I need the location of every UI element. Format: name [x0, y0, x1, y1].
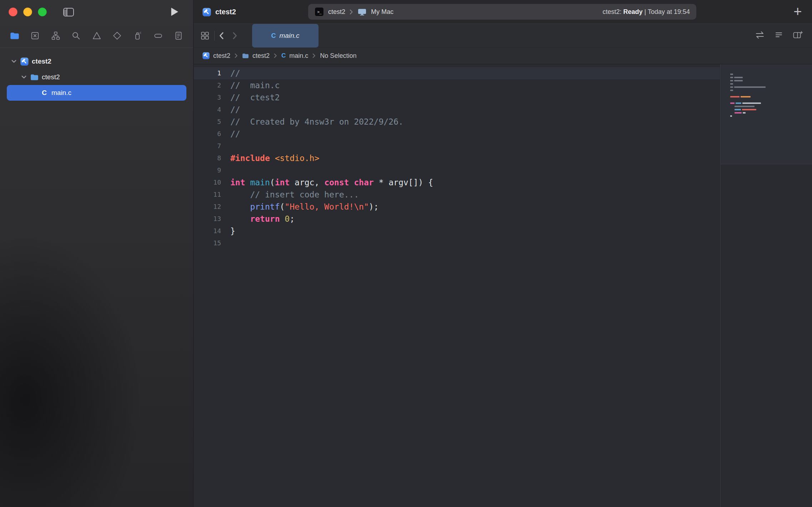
navigator-sidebar: ctest2 ctest2 C main.c	[0, 0, 194, 507]
code-line[interactable]: 12 printf("Hello, World!\n");	[194, 201, 720, 213]
sidebar-toggle-icon	[63, 7, 74, 17]
code-line[interactable]: 1//	[194, 67, 720, 79]
navigator-tab-bar	[0, 24, 193, 48]
zoom-icon[interactable]	[38, 7, 47, 16]
chevron-right-icon	[350, 9, 353, 15]
terminal-icon: >_	[315, 7, 324, 16]
code-line[interactable]: 9	[194, 164, 720, 176]
forward-button[interactable]	[232, 32, 237, 40]
tab-label: main.c	[280, 32, 300, 40]
source-control-navigator-tab[interactable]	[30, 30, 40, 41]
editor-options-button[interactable]	[774, 31, 783, 41]
chevron-right-icon	[274, 53, 277, 58]
hierarchy-icon	[51, 31, 60, 40]
project-navigator-tab[interactable]	[9, 30, 20, 41]
magnifier-icon	[71, 31, 81, 40]
debug-navigator-tab[interactable]	[132, 30, 143, 41]
tree-row-project[interactable]: ctest2	[7, 54, 186, 69]
minimize-icon[interactable]	[23, 7, 32, 16]
code-line[interactable]: 4//	[194, 104, 720, 116]
minimap[interactable]	[720, 64, 812, 507]
swap-arrows-icon	[755, 31, 765, 39]
divider	[214, 31, 215, 41]
tree-label: ctest2	[42, 73, 60, 81]
code-line[interactable]: 13 return 0;	[194, 213, 720, 225]
code-text: //	[230, 128, 240, 140]
document-icon	[174, 31, 183, 40]
code-text: // main.c	[230, 79, 280, 91]
code-line[interactable]: 14}	[194, 225, 720, 237]
code-line[interactable]: 11 // insert code here...	[194, 189, 720, 201]
code-text: // ctest2	[230, 91, 280, 104]
code-text: }	[230, 225, 235, 237]
window-title: ctest2	[215, 8, 236, 16]
xcode-project-icon	[20, 57, 29, 66]
status-project: ctest2:	[602, 8, 621, 15]
code-line[interactable]: 7	[194, 140, 720, 152]
symbol-navigator-tab[interactable]	[50, 30, 61, 41]
breadcrumb-selection[interactable]: No Selection	[320, 52, 356, 60]
line-number: 3	[194, 91, 221, 104]
code-line[interactable]: 3// ctest2	[194, 91, 720, 104]
tab-main-c[interactable]: C main.c	[252, 24, 319, 47]
x-square-icon	[30, 31, 40, 40]
breadcrumb-group[interactable]: ctest2	[252, 52, 270, 60]
add-editor-button[interactable]	[793, 31, 803, 41]
code-line[interactable]: 10int main(int argc, const char * argv[]…	[194, 176, 720, 189]
scheme-destination-label: My Mac	[371, 8, 394, 16]
breadcrumb-project[interactable]: ctest2	[213, 52, 230, 60]
traffic-lights	[9, 7, 47, 16]
test-navigator-tab[interactable]	[112, 30, 122, 41]
line-number: 10	[194, 176, 221, 189]
window-title-group: ctest2	[202, 0, 236, 24]
editor-tab-bar: C main.c	[194, 24, 812, 47]
editor-pane: ctest2 >_ ctest2 My Mac	[194, 0, 812, 507]
folder-icon	[242, 53, 249, 59]
scheme-selector[interactable]: >_ ctest2 My Mac	[315, 7, 394, 16]
code-lines: 1//2// main.c3// ctest24//5// Created by…	[194, 67, 720, 249]
line-number: 7	[194, 140, 221, 152]
disclosure-chevron-icon[interactable]	[21, 75, 26, 79]
xcode-window: ctest2 ctest2 C main.c ctest2 >_ c	[0, 0, 812, 507]
code-review-button[interactable]	[755, 31, 765, 41]
back-button[interactable]	[219, 32, 224, 40]
scheme-status-pill[interactable]: >_ ctest2 My Mac ctest2: Ready | Tod	[308, 4, 696, 20]
code-line[interactable]: 8#include <stdio.h>	[194, 152, 720, 164]
tree-label: main.c	[51, 89, 71, 97]
tree-row-group[interactable]: ctest2	[7, 69, 186, 85]
spray-can-icon	[133, 31, 142, 40]
breakpoint-navigator-tab[interactable]	[153, 30, 164, 41]
activity-status[interactable]: ctest2: Ready | Today at 19:54	[602, 8, 690, 16]
code-line[interactable]: 2// main.c	[194, 79, 720, 91]
report-navigator-tab[interactable]	[173, 30, 184, 41]
main-toolbar: ctest2 >_ ctest2 My Mac	[194, 0, 812, 24]
disclosure-chevron-icon[interactable]	[11, 60, 16, 63]
jump-bar: ctest2 ctest2 C main.c No Selection	[194, 47, 812, 64]
folder-icon	[30, 74, 39, 81]
code-line[interactable]: 5// Created by 4nsw3r on 2022/9/26.	[194, 116, 720, 128]
c-file-icon: C	[271, 32, 276, 40]
related-items-button[interactable]	[200, 31, 210, 40]
chevron-right-icon	[312, 53, 316, 58]
find-navigator-tab[interactable]	[71, 30, 81, 41]
line-number: 1	[194, 67, 221, 79]
code-line[interactable]: 15	[194, 237, 720, 249]
tree-row-file-main-c[interactable]: C main.c	[7, 85, 186, 101]
line-number: 15	[194, 237, 221, 249]
display-icon	[357, 8, 367, 16]
play-icon	[171, 7, 179, 16]
close-icon[interactable]	[9, 7, 17, 16]
line-number: 11	[194, 189, 221, 201]
code-line[interactable]: 6//	[194, 128, 720, 140]
line-number: 5	[194, 116, 221, 128]
source-editor[interactable]: 1//2// main.c3// ctest24//5// Created by…	[194, 64, 812, 507]
line-number: 12	[194, 201, 221, 213]
folder-icon	[10, 32, 19, 40]
code-text: printf("Hello, World!\n");	[230, 201, 379, 213]
breadcrumb-file[interactable]: main.c	[289, 52, 308, 60]
issue-navigator-tab[interactable]	[91, 30, 102, 41]
library-add-button[interactable]: +	[793, 4, 803, 19]
run-button[interactable]	[171, 7, 179, 18]
sidebar-toggle-button[interactable]	[63, 7, 74, 17]
xcode-project-icon	[202, 52, 210, 59]
